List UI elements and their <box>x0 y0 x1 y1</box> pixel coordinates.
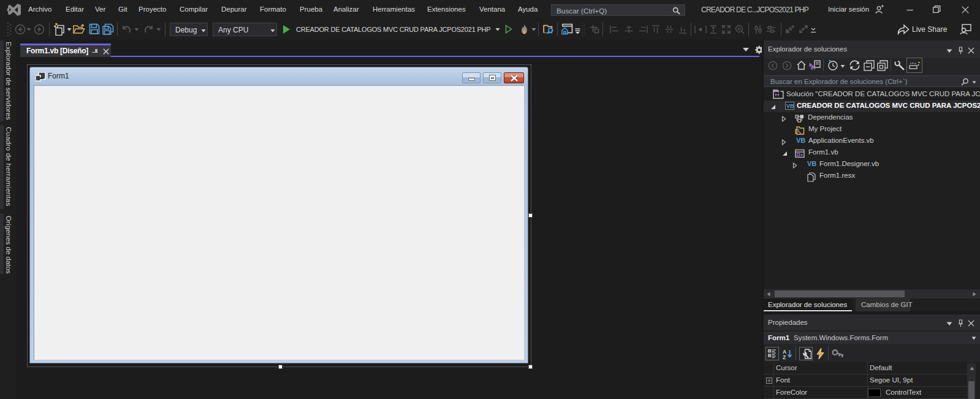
svg-text:Z: Z <box>783 354 786 360</box>
